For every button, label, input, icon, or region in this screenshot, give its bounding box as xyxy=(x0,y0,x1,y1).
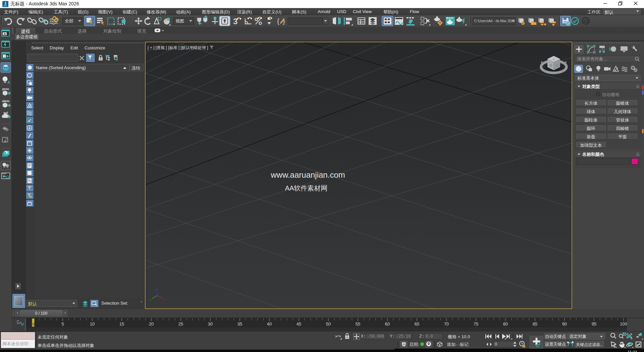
svg-text:alem: alem xyxy=(2,99,9,103)
svg-text:3: 3 xyxy=(233,17,237,26)
svg-text:y: y xyxy=(150,299,151,302)
svg-text:100: 100 xyxy=(620,321,627,326)
svg-text:30: 30 xyxy=(208,321,213,326)
svg-text:65: 65 xyxy=(415,321,419,326)
svg-text:C:\Users\Ad···ds Max 2026: C:\Users\Ad···ds Max 2026 xyxy=(474,19,515,23)
svg-text:x: x xyxy=(163,298,165,301)
svg-text:前: 前 xyxy=(549,64,552,67)
svg-text:15: 15 xyxy=(119,321,124,326)
svg-text:45: 45 xyxy=(297,321,301,326)
svg-text:20: 20 xyxy=(149,321,154,326)
svg-text:35: 35 xyxy=(237,321,242,326)
svg-text:右: 右 xyxy=(555,64,559,67)
svg-text:55: 55 xyxy=(356,321,360,326)
svg-text:90: 90 xyxy=(562,321,567,326)
svg-text:75: 75 xyxy=(474,321,478,326)
svg-text:全部: 全部 xyxy=(65,18,73,24)
svg-text:95: 95 xyxy=(592,321,596,326)
svg-text:MAX: MAX xyxy=(4,5,7,7)
svg-text:85: 85 xyxy=(533,321,537,326)
svg-text:25: 25 xyxy=(178,321,183,326)
svg-text:{: { xyxy=(277,17,279,25)
svg-text:60: 60 xyxy=(385,321,390,326)
svg-text:z: z xyxy=(156,288,157,291)
svg-text:50: 50 xyxy=(326,321,331,326)
svg-text:10: 10 xyxy=(90,321,95,326)
svg-text:40: 40 xyxy=(267,321,272,326)
svg-text:proc: proc xyxy=(2,87,9,91)
svg-text:视图: 视图 xyxy=(175,18,184,24)
svg-text:A: A xyxy=(7,80,10,84)
svg-text:80: 80 xyxy=(503,321,508,326)
svg-text:70: 70 xyxy=(444,321,449,326)
svg-text:5: 5 xyxy=(61,321,64,326)
svg-text:A: A xyxy=(4,32,6,36)
